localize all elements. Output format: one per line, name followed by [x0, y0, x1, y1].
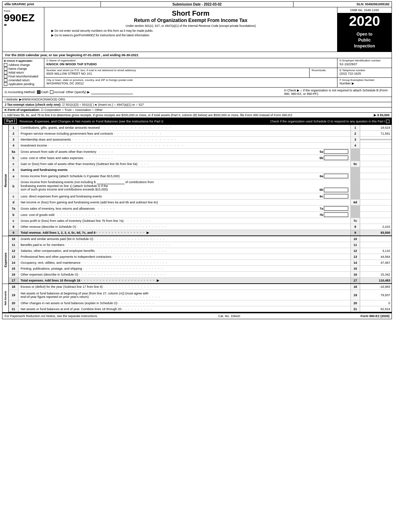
line-desc-17: Total expenses. Add lines 10 through 16 …: [18, 278, 350, 283]
line-val-16: 15,342: [360, 272, 392, 277]
submission-date: Submission Date - 2022-03-02: [101, 2, 293, 7]
website-row: I Website: ▶WWW.KNOCKONWOOD.ORG: [2, 97, 392, 102]
line-val-17: 110,483: [360, 278, 392, 283]
line-desc-6c: Less: direct expenses from gaming and fu…: [18, 193, 350, 199]
sub-input-7b[interactable]: [324, 212, 348, 217]
line-ref-5a-gray: [350, 149, 360, 155]
line-num-5c: c: [9, 161, 18, 167]
f-arrow: ▶: [352, 82, 354, 85]
go-to: ▶ Go to www.irs.gov/Form990EZ for instru…: [48, 33, 334, 37]
ein: 52-1922907: [340, 62, 389, 66]
address-change-row: Address change: [4, 63, 43, 67]
omb: OMB No. 1545-1150: [337, 7, 392, 13]
e-label: E Telephone number: [340, 69, 389, 72]
line-desc-19: Net assets or fund balances at beginning…: [18, 291, 350, 299]
line-ref-10: 10: [350, 236, 360, 242]
line-ref-1: 1: [350, 125, 360, 130]
final-return-checkbox[interactable]: [4, 75, 7, 78]
line-ref-9: 9: [350, 230, 360, 235]
line-ref-20: 20: [350, 300, 360, 306]
name-change-checkbox[interactable]: [4, 67, 7, 70]
org-name: KNOCK ON WOOD TAP STUDIO: [46, 62, 335, 66]
line-desc-7a: Gross sales of inventory, less returns a…: [18, 205, 350, 211]
line-desc-12: Salaries, other compensation, and employ…: [18, 248, 350, 253]
line-ref-7c: 7c: [350, 218, 360, 224]
schedule-o-checkbox[interactable]: [386, 120, 389, 123]
line-desc-5c: Gain or (loss) from sale of assets other…: [18, 162, 350, 166]
short-form-title: Short Form: [48, 9, 334, 17]
line-num-5a: 5a: [9, 149, 18, 155]
line-val-6d: [360, 202, 392, 203]
form-icon: ☎: [4, 24, 7, 27]
sub-input-5a[interactable]: [324, 149, 348, 154]
line-val-15: [360, 268, 392, 269]
open-line1: Open to: [357, 31, 372, 37]
name-change-label: Name change: [8, 67, 27, 70]
line-desc-6a: Gross income from gaming (attach Schedul…: [18, 173, 350, 179]
gross-receipts-row: L Add lines 5b, 6c, and 7b to line 9 to …: [2, 113, 392, 118]
line-ref-3: 3: [350, 137, 360, 142]
line-ref-14: 14: [350, 260, 360, 265]
part1-header: Part I Revenue, Expenses, and Changes in…: [2, 118, 392, 125]
line-val-18: -16,983: [360, 284, 392, 289]
line-desc-11: Benefits paid to or for members · · · · …: [18, 242, 350, 247]
line-ref-11: 11: [350, 242, 360, 248]
line-num-5b: b: [9, 155, 18, 161]
sub-input-6b[interactable]: [324, 188, 348, 192]
form-ref: Form 990-EZ (2020): [360, 314, 389, 318]
sub-input-6c[interactable]: [324, 194, 348, 198]
line-desc-7b: Less: cost of goods sold · · · · · · · ·…: [18, 212, 350, 218]
line-num-9: 9: [9, 230, 18, 235]
line-num-6c: c: [9, 193, 18, 199]
cash-checkbox[interactable]: [37, 90, 40, 94]
form-org-row: K Form of organization: ☑ Corporation ○ …: [2, 107, 392, 113]
k-label: K Form of organization:: [5, 108, 40, 112]
tax-year-text: For the 2020 calendar year, or tax year …: [5, 53, 139, 57]
line-num-20: 20: [9, 300, 18, 306]
efile-label: efile GRAPHIC print: [2, 2, 101, 7]
b-label: B Check if applicable:: [4, 59, 43, 62]
line-ref-6c-gray: [350, 193, 360, 199]
i-label: I Website: ▶WWW.KNOCKONWOOD.ORG: [5, 98, 65, 101]
line-num-6: 6: [9, 167, 18, 173]
line-desc-10: Grants and similar amounts paid (list in…: [18, 237, 350, 241]
line-num-8: 8: [9, 224, 18, 230]
d-label: D Employer identification number: [340, 59, 389, 62]
net-assets-side-label: Net Assets: [4, 291, 7, 305]
line-val-19: 79,507: [360, 293, 392, 298]
line-num-21: 21: [9, 306, 18, 312]
amended-return-checkbox[interactable]: [4, 78, 7, 82]
city-label: City or town, state or province, country…: [46, 78, 335, 82]
initial-return-checkbox[interactable]: [4, 71, 7, 74]
tax-status-row: J Tax-exempt status (check only one): ☑ …: [2, 102, 392, 107]
l-value: ▶ $ 93,500: [374, 113, 389, 117]
f-label: F Group Exemption Number: [340, 78, 389, 82]
part1-title: Revenue, Expenses, and Changes in Net As…: [20, 119, 163, 123]
form-number: 990EZ: [4, 13, 35, 23]
sub-input-7a[interactable]: [324, 206, 348, 211]
line-num-6b: b: [9, 179, 18, 193]
sub-input-5b[interactable]: [324, 156, 348, 160]
revenue-side-label: Revenue: [4, 174, 7, 187]
cash-label: Cash: [41, 90, 49, 94]
line-num-14: 14: [9, 260, 18, 265]
do-not-enter: ▶ Do not enter social security numbers o…: [48, 29, 334, 32]
line-ref-19: 19: [350, 290, 360, 300]
line-desc-21: Net assets or fund balances at end of ye…: [18, 307, 350, 312]
c-label: C Name of organization: [46, 59, 335, 62]
line-num-3: 3: [9, 137, 18, 142]
address-change-checkbox[interactable]: [4, 63, 7, 67]
open-line2: Public: [358, 37, 371, 43]
line-desc-1: Contributions, gifts, grants, and simila…: [18, 125, 350, 130]
sub-input-6a[interactable]: [324, 174, 348, 178]
application-pending-checkbox[interactable]: [4, 82, 7, 86]
initial-return-row: Initial return: [4, 71, 43, 74]
line-num-12: 12: [9, 248, 18, 254]
room-label: Room/suite: [312, 69, 335, 72]
accrual-checkbox[interactable]: [50, 90, 53, 94]
line-ref-16: 16: [350, 272, 360, 277]
line-desc-9: Total revenue. Add lines 1, 2, 3, 4, 5c,…: [18, 230, 350, 235]
g-label: G Accounting Method:: [5, 90, 36, 94]
l-text: L Add lines 5b, 6c, and 7b to line 9 to …: [5, 113, 292, 117]
line-val-21: 62,524: [360, 307, 392, 312]
